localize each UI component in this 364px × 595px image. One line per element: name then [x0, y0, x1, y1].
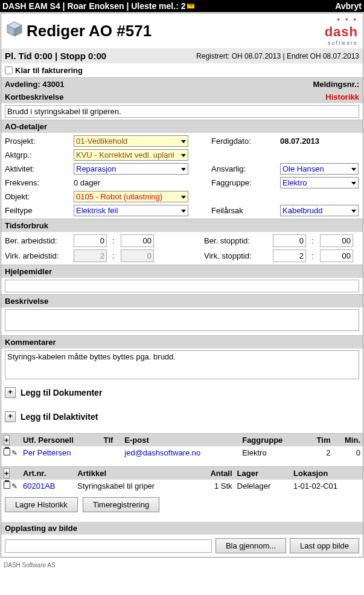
artikkel-lager: Delelager — [235, 480, 291, 492]
dokumenter-title: Legg til Dokumenter — [21, 388, 102, 397]
logo: • • • dash software — [325, 16, 358, 46]
art-h2: Artikkel — [75, 467, 196, 480]
frekvens-label: Frekvens: — [5, 178, 71, 187]
history-link[interactable]: Historikk — [325, 92, 359, 101]
hjelpemidler-title: Hjelpemidler — [5, 267, 52, 276]
add-artikkel-button[interactable]: + — [4, 468, 10, 478]
art-h3: Antall — [196, 467, 235, 480]
hjelpemidler-input[interactable] — [5, 280, 359, 292]
timeregistrering-button[interactable]: Timeregistrering — [83, 497, 159, 512]
prosjekt-select[interactable]: 01-Vedlikehold — [74, 135, 188, 147]
upload-title: Opplasting av bilde — [1, 522, 363, 535]
virk-stopp-label: Virk. stopptid: — [204, 251, 270, 260]
pers-h5: Tim — [306, 434, 333, 447]
artikkel-name: Styringskabel til griper — [75, 480, 196, 492]
tidsforbruk-title: Tidsforbruk — [5, 221, 48, 230]
personell-name-link[interactable]: Per Pettersen — [21, 446, 101, 459]
edit-icon[interactable]: ✎ — [11, 449, 18, 457]
pers-h6: Min. — [333, 434, 363, 447]
ao-details-title: AO-detaljer — [5, 122, 47, 131]
pers-h2: Tlf — [101, 434, 123, 447]
ber-arbeid-h[interactable] — [74, 234, 107, 247]
feiltype-label: Feiltype — [5, 206, 71, 215]
table-row: ✎ 60201AB Styringskabel til griper 1 Stk… — [1, 480, 363, 492]
trash-icon[interactable] — [4, 481, 10, 489]
expand-dokumenter-button[interactable]: + — [5, 387, 16, 398]
topbar-text: DASH EAM S4 | Roar Enoksen | Uleste mel.… — [2, 1, 185, 11]
upload-button[interactable]: Last opp bilde — [290, 538, 359, 553]
trash-icon[interactable] — [4, 448, 10, 455]
edit-icon[interactable]: ✎ — [11, 482, 18, 490]
ferdigdato-label: Ferdigdato: — [211, 137, 278, 146]
ferdigdato-value: 08.07.2013 — [280, 137, 359, 146]
aktivitet-select[interactable]: Reparasjon — [74, 163, 188, 175]
cancel-button[interactable]: Avbryt — [335, 1, 362, 11]
personell-group: Elektro — [240, 446, 305, 459]
artikkel-antall: 1 Stk — [196, 480, 235, 492]
feiltype-select[interactable]: Elektrisk feil — [74, 205, 188, 216]
table-row: ✎ Per Pettersen jed@dashsoftware.no Elek… — [1, 446, 363, 459]
browse-button[interactable]: Bla gjennom... — [216, 538, 286, 553]
art-h5: Lokasjon — [291, 467, 363, 480]
ready-invoice-checkbox[interactable] — [5, 66, 13, 74]
message-nr-label: Meldingsnr.: — [313, 80, 359, 89]
ansvarlig-select[interactable]: Ole Hansen — [280, 163, 359, 175]
ber-stopp-h[interactable] — [273, 234, 306, 247]
art-h1: Art.nr. — [21, 467, 75, 480]
ber-arbeid-label: Ber. arbeidstid: — [5, 236, 71, 245]
short-desc-label: Kortbeskrivelse — [5, 92, 64, 101]
objekt-label: Objekt: — [5, 192, 71, 201]
ber-stopp-label: Ber. stopptid: — [204, 236, 270, 245]
ready-invoice-label: Klar til fakturering — [15, 66, 83, 75]
artikkel-lokasjon: 1-01-02-C01 — [291, 480, 363, 492]
file-path-box — [5, 539, 212, 553]
art-h4: Lager — [235, 467, 291, 480]
feilarsak-label: Feilårsak — [211, 206, 278, 215]
kommentarer-input[interactable]: Styrings-kabelen måtte byttes byttes pga… — [5, 350, 359, 379]
faggruppe-select[interactable]: Elektro — [280, 177, 359, 188]
footer-text: DASH Software AS — [0, 558, 364, 572]
beskrivelse-input[interactable] — [5, 309, 359, 331]
virk-arbeid-h — [74, 249, 107, 262]
beskrivelse-title: Beskrivelse — [5, 297, 48, 306]
virk-arbeid-m — [121, 249, 154, 262]
pers-h3: E-post — [122, 434, 240, 447]
mail-icon[interactable] — [187, 3, 195, 9]
virk-arbeid-label: Virk. arbeidstid: — [5, 251, 71, 260]
app-icon — [6, 21, 23, 42]
faggruppe-label: Faggruppe: — [211, 178, 278, 187]
lagre-historikk-button[interactable]: Lagre Historikk — [5, 497, 78, 512]
prosjekt-label: Prosjekt: — [5, 137, 71, 146]
registered-info: Registrert: OH 08.07.2013 | Endret OH 08… — [196, 52, 359, 60]
objekt-select[interactable]: 0105 - Robot (utlastning) — [74, 191, 188, 202]
kommentarer-title: Kommentarer — [5, 338, 56, 347]
aktgrp-select[interactable]: KVU - Korrektivt vedl. uplanl — [74, 149, 188, 161]
pers-h4: Faggruppe — [240, 434, 305, 447]
ansvarlig-label: Ansvarlig: — [211, 164, 278, 173]
feilarsak-select[interactable]: Kabelbrudd — [280, 205, 359, 216]
personell-tim: 2 — [306, 446, 333, 459]
expand-delaktivitet-button[interactable]: + — [5, 411, 16, 422]
ber-arbeid-m[interactable] — [121, 234, 154, 247]
pers-h1: Utf. Personell — [21, 434, 101, 447]
add-personell-button[interactable]: + — [4, 435, 10, 445]
plan-time: Pl. Tid 0:00 | Stopp 0:00 — [5, 51, 106, 61]
delaktivitet-title: Legg til Delaktivitet — [21, 412, 98, 422]
personell-mail-link[interactable]: jed@dashsoftware.no — [122, 446, 240, 459]
department-label: Avdeling: 43001 — [5, 80, 65, 89]
virk-stopp-m[interactable] — [320, 249, 353, 262]
artnr-link[interactable]: 60201AB — [21, 480, 75, 492]
aktivitet-label: Aktivitet: — [5, 164, 71, 173]
ber-stopp-m[interactable] — [320, 234, 353, 247]
page-title: Rediger AO #571 — [6, 21, 152, 42]
virk-stopp-h[interactable] — [273, 249, 306, 262]
short-desc-input[interactable] — [5, 105, 359, 118]
aktgrp-label: Aktgrp.: — [5, 150, 71, 159]
frekvens-value: 0 dager — [74, 178, 188, 187]
personell-min: 0 — [333, 446, 363, 459]
